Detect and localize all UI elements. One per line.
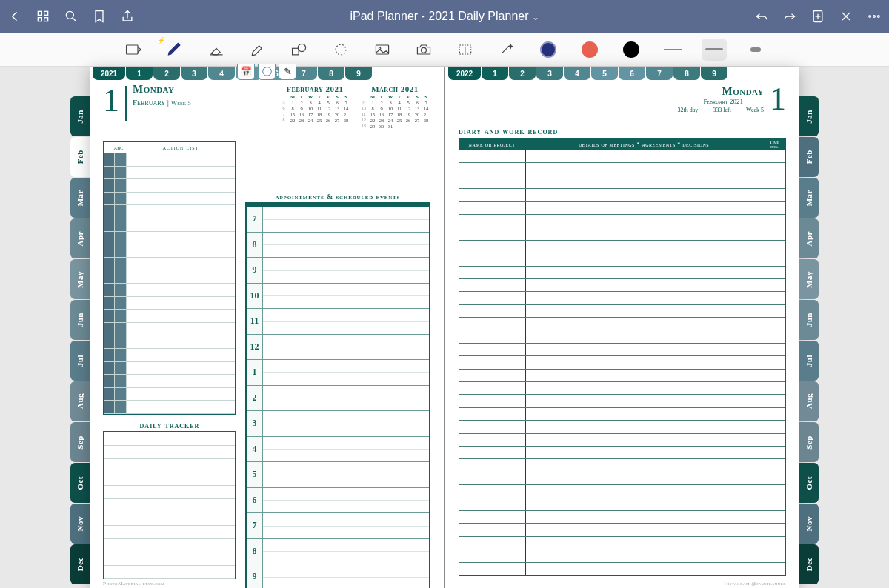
bookmark-icon[interactable] xyxy=(92,9,107,24)
year-tab[interactable]: 2022 xyxy=(448,67,481,80)
close-icon[interactable] xyxy=(839,9,853,24)
svg-line-5 xyxy=(73,19,76,21)
share-icon[interactable] xyxy=(120,9,135,24)
year-tab[interactable]: 2021 xyxy=(93,67,125,80)
svg-rect-14 xyxy=(127,45,138,54)
info-icon[interactable]: ⓘ xyxy=(258,64,276,80)
month-tab-feb[interactable]: Feb xyxy=(799,137,819,177)
svg-point-4 xyxy=(66,11,73,19)
back-icon[interactable] xyxy=(7,9,22,24)
daily-tracker-box[interactable]: daily tracker xyxy=(103,431,236,579)
month-tab-may[interactable]: May xyxy=(70,259,90,299)
svg-point-11 xyxy=(869,16,871,18)
number-tab-6[interactable]: 6 xyxy=(619,67,645,80)
number-tab-1[interactable]: 1 xyxy=(126,67,153,80)
number-tab-9[interactable]: 9 xyxy=(345,67,372,80)
footer-right: Instagram @ipadplanner xyxy=(725,581,786,587)
svg-point-13 xyxy=(878,16,880,18)
month-tab-mar[interactable]: Mar xyxy=(799,178,819,218)
color-black[interactable] xyxy=(619,39,644,61)
top-tabs-right: 2022123456789 xyxy=(445,65,799,80)
number-tab-3[interactable]: 3 xyxy=(181,67,207,80)
image-tool[interactable] xyxy=(370,39,395,61)
search-icon[interactable] xyxy=(64,9,79,24)
month-tab-sep[interactable]: Sep xyxy=(70,422,90,462)
svg-point-20 xyxy=(379,47,381,50)
undo-icon[interactable] xyxy=(754,9,769,24)
diary-table[interactable] xyxy=(459,150,786,576)
number-tab-8[interactable]: 8 xyxy=(673,67,700,80)
number-tab-1[interactable]: 1 xyxy=(482,67,508,80)
month-tab-oct[interactable]: Oct xyxy=(70,463,90,503)
month-tab-aug[interactable]: Aug xyxy=(70,381,90,421)
document-title[interactable]: iPad Planner - 2021 Daily Planner⌄ xyxy=(135,10,754,23)
month-tab-dec[interactable]: Dec xyxy=(799,544,819,584)
svg-point-17 xyxy=(298,44,305,51)
month-tab-mar[interactable]: Mar xyxy=(70,178,90,218)
more-icon[interactable] xyxy=(867,9,882,24)
number-tab-8[interactable]: 8 xyxy=(318,67,344,80)
number-tab-4[interactable]: 4 xyxy=(208,67,235,80)
month-tab-jul[interactable]: Jul xyxy=(70,341,90,381)
month-tab-feb[interactable]: Feb xyxy=(70,137,90,177)
number-tab-2[interactable]: 2 xyxy=(153,67,180,80)
text-tool[interactable]: T xyxy=(453,39,478,61)
eraser-tool[interactable] xyxy=(204,39,229,61)
redo-icon[interactable] xyxy=(782,9,797,24)
camera-tool[interactable] xyxy=(411,39,436,61)
diary-header: name or project details of meetings * ag… xyxy=(459,138,786,150)
month-tab-oct[interactable]: Oct xyxy=(799,463,819,503)
edit-icon[interactable]: ✎ xyxy=(279,64,296,80)
lasso-tool[interactable] xyxy=(328,39,353,61)
month-tab-jan[interactable]: Jan xyxy=(70,96,90,136)
stroke-thin[interactable] xyxy=(660,39,685,61)
diary-title: diary and work record xyxy=(459,126,786,137)
page-right[interactable]: 2022123456789 Monday 1 February 2021 32t… xyxy=(444,67,799,588)
month-tab-jan[interactable]: Jan xyxy=(799,96,819,136)
add-page-icon[interactable] xyxy=(810,9,825,24)
readonly-tool[interactable] xyxy=(121,39,146,61)
svg-rect-16 xyxy=(293,48,299,55)
number-tab-5[interactable]: 5 xyxy=(591,67,618,80)
number-tab-7[interactable]: 7 xyxy=(646,67,673,80)
svg-point-18 xyxy=(336,44,346,55)
number-tab-4[interactable]: 4 xyxy=(564,67,590,80)
number-tab-9[interactable]: 9 xyxy=(701,67,727,80)
highlighter-tool[interactable] xyxy=(245,39,270,61)
pen-tool[interactable]: ⚡ xyxy=(162,39,187,61)
month-tab-aug[interactable]: Aug xyxy=(799,381,819,421)
month-tab-jun[interactable]: Jun xyxy=(799,300,819,340)
color-red[interactable] xyxy=(577,39,602,61)
month-tab-may[interactable]: May xyxy=(799,259,819,299)
footer-left: PhotoMaterial etsy.com xyxy=(103,581,164,587)
workspace[interactable]: JanFebMarAprMayJunJulAugSepOctNovDec 202… xyxy=(0,67,889,588)
action-list-box[interactable]: abcaction list xyxy=(103,141,236,415)
number-tab-3[interactable]: 3 xyxy=(536,67,563,80)
month-tab-jun[interactable]: Jun xyxy=(70,300,90,340)
day-number: 1 xyxy=(103,83,119,124)
svg-point-21 xyxy=(422,47,427,53)
stroke-thick[interactable] xyxy=(743,39,768,61)
appointments-box[interactable]: appointments & scheduled events 78910111… xyxy=(245,193,430,587)
mini-cal-mar[interactable]: March 2021 MTWTFSS9123456710891011121314… xyxy=(359,84,430,129)
grid-icon[interactable] xyxy=(36,9,50,24)
month-tab-nov[interactable]: Nov xyxy=(70,504,90,544)
right-month-tabs: JanFebMarAprMayJunJulAugSepOctNovDec xyxy=(799,67,819,588)
month-tab-sep[interactable]: Sep xyxy=(799,422,819,462)
month-tab-nov[interactable]: Nov xyxy=(799,504,819,544)
color-blue[interactable] xyxy=(536,39,561,61)
magic-tool[interactable] xyxy=(494,39,519,61)
svg-rect-1 xyxy=(44,11,48,15)
calendar-icon[interactable]: 📅 xyxy=(237,64,255,80)
month-tab-apr[interactable]: Apr xyxy=(799,218,819,258)
number-tab-2[interactable]: 2 xyxy=(509,67,536,80)
month-tab-apr[interactable]: Apr xyxy=(70,218,90,258)
mini-cal-feb[interactable]: February 2021 MTWTFSS5123456768910111213… xyxy=(279,84,350,129)
left-month-tabs: JanFebMarAprMayJunJulAugSepOctNovDec xyxy=(70,67,90,588)
month-tab-jul[interactable]: Jul xyxy=(799,341,819,381)
month-tab-dec[interactable]: Dec xyxy=(70,544,90,584)
shapes-tool[interactable] xyxy=(287,39,312,61)
stroke-medium[interactable] xyxy=(702,39,727,61)
svg-rect-19 xyxy=(376,45,388,54)
page-left[interactable]: 2021123456789 📅 ⓘ ✎ 1 Monday February |W… xyxy=(90,67,444,588)
